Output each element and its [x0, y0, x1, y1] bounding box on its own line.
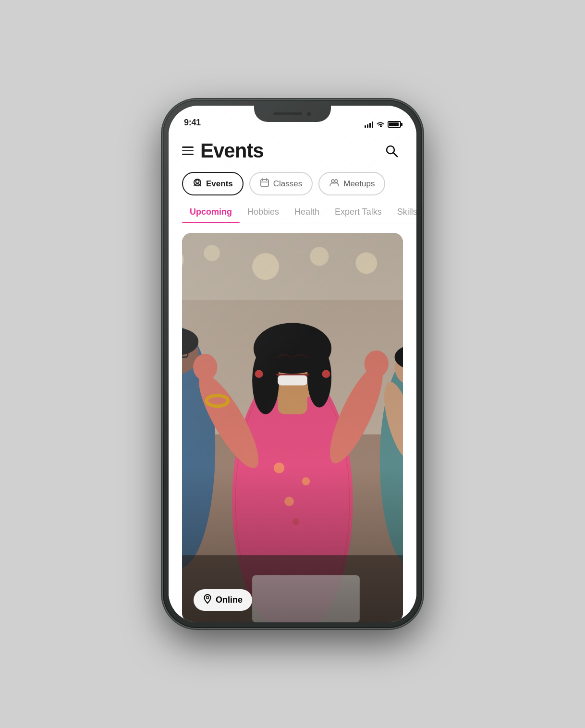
location-pin-icon [203, 594, 212, 606]
notch [254, 106, 331, 122]
tab-pill-meetups-label: Meetups [343, 179, 375, 189]
status-icons [365, 121, 401, 128]
speaker [273, 112, 302, 115]
classes-icon [260, 178, 269, 190]
location-badge: Online [194, 589, 252, 611]
event-card[interactable]: Online [182, 233, 403, 622]
filter-tab-hobbies[interactable]: Hobbies [240, 203, 287, 223]
phone-wrapper: 9:41 [163, 100, 422, 628]
tab-pill-events-label: Events [206, 179, 233, 189]
app-content: Events [169, 132, 416, 622]
filter-tab-health[interactable]: Health [287, 203, 327, 223]
search-button[interactable] [380, 139, 403, 162]
menu-line-1 [182, 146, 194, 148]
svg-point-9 [335, 180, 338, 182]
filter-tab-expert-talks[interactable]: Expert Talks [327, 203, 390, 223]
status-time: 9:41 [184, 118, 201, 128]
meetups-icon [329, 178, 340, 189]
event-image [182, 233, 403, 622]
signal-icon [365, 121, 373, 128]
phone-frame: 9:41 [163, 100, 422, 628]
menu-button[interactable] [182, 146, 194, 155]
tab-pill-classes-label: Classes [273, 179, 302, 189]
svg-line-1 [393, 153, 397, 157]
app-header: Events [169, 132, 416, 168]
menu-line-3 [182, 154, 194, 155]
search-icon [385, 144, 398, 158]
svg-point-8 [331, 180, 334, 182]
front-camera [306, 111, 312, 117]
battery-icon [388, 121, 401, 128]
tab-pill-events[interactable]: Events [182, 172, 244, 195]
wifi-icon [376, 121, 385, 128]
svg-point-2 [196, 180, 199, 183]
events-icon [193, 178, 202, 190]
location-text: Online [216, 595, 243, 605]
filter-tab-upcoming[interactable]: Upcoming [182, 203, 240, 223]
svg-rect-4 [261, 180, 268, 186]
svg-rect-51 [182, 233, 403, 622]
svg-point-52 [207, 596, 209, 599]
filter-tabs: Upcoming Hobbies Health Expert Talks Ski… [169, 203, 416, 223]
header-left: Events [182, 139, 264, 162]
phone-screen: 9:41 [169, 106, 416, 622]
tab-pill-classes[interactable]: Classes [249, 172, 313, 195]
page-title: Events [200, 139, 264, 162]
tab-pills: Events Classes [169, 168, 416, 203]
filter-tab-skills[interactable]: Skills [390, 203, 416, 223]
tab-pill-meetups[interactable]: Meetups [318, 172, 385, 195]
card-area: Online [169, 223, 416, 622]
menu-line-2 [182, 150, 194, 152]
